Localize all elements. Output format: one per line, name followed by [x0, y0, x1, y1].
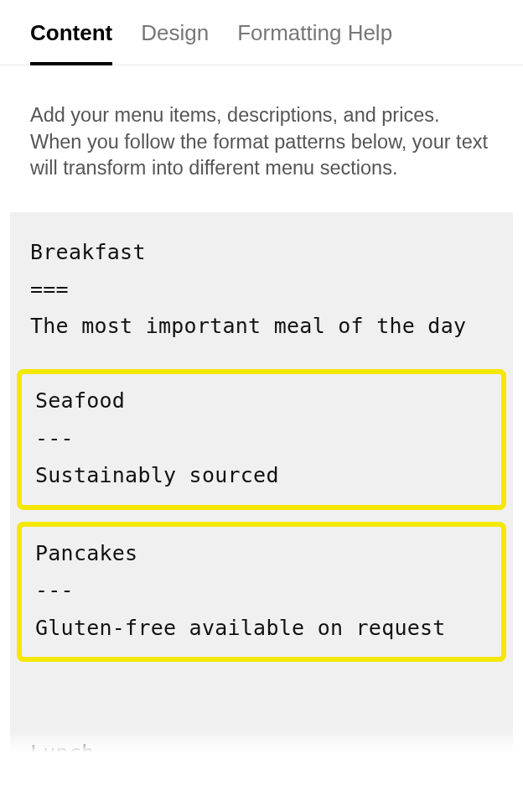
- menu-editor-panel: Content Design Formatting Help Add your …: [0, 0, 523, 763]
- block-separator: ===: [30, 271, 493, 308]
- help-text: Add your menu items, descriptions, and p…: [0, 65, 523, 212]
- block-separator: ---: [35, 420, 488, 458]
- menu-text-editor[interactable]: Breakfast === The most important meal of…: [10, 212, 513, 757]
- tab-content[interactable]: Content: [30, 20, 112, 65]
- tab-formatting-help[interactable]: Formatting Help: [237, 20, 392, 65]
- block-description: Gluten-free available on request: [35, 610, 488, 648]
- block-title: Breakfast: [30, 234, 493, 271]
- editor-block-cutoff: Lunch: [30, 742, 95, 757]
- editor-block-seafood-highlighted: Seafood --- Sustainably sourced: [17, 369, 506, 510]
- editor-block-breakfast: Breakfast === The most important meal of…: [10, 234, 513, 369]
- block-description: Sustainably sourced: [35, 457, 488, 495]
- block-title: Seafood: [35, 383, 488, 420]
- block-title: Pancakes: [35, 535, 488, 573]
- tab-design[interactable]: Design: [141, 20, 209, 65]
- block-separator: ---: [35, 572, 488, 610]
- tabs-bar: Content Design Formatting Help: [0, 0, 523, 65]
- editor-block-pancakes-highlighted: Pancakes --- Gluten-free available on re…: [17, 522, 506, 663]
- block-description: The most important meal of the day: [30, 308, 493, 345]
